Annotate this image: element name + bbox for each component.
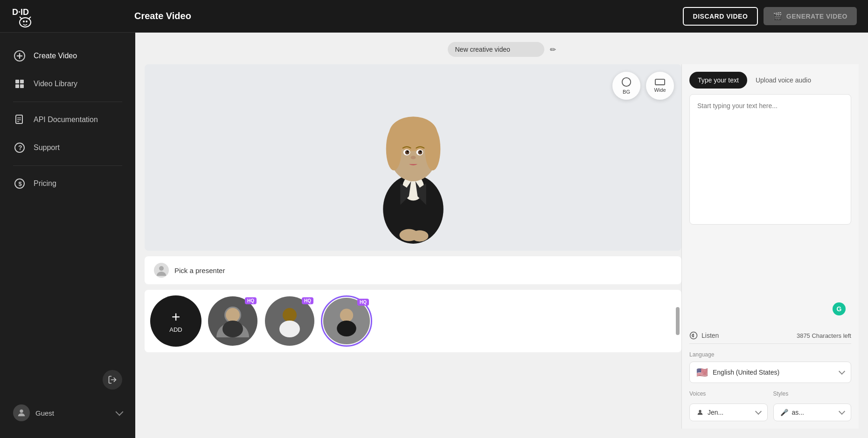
styles-label: Styles — [773, 390, 852, 397]
presenter-thumb-2[interactable]: HQ — [264, 295, 315, 347]
sidebar-item-label: Pricing — [34, 179, 56, 188]
style-select[interactable]: 🎤 as... — [773, 404, 852, 421]
language-dropdown-arrow — [839, 368, 845, 375]
video-camera-icon: 🎬 — [773, 12, 783, 21]
svg-rect-11 — [15, 84, 19, 88]
text-area-wrapper: G — [682, 89, 859, 328]
sidebar-item-api-docs[interactable]: API Documentation — [0, 106, 135, 134]
pick-presenter-label: Pick a presenter — [174, 267, 225, 274]
svg-rect-42 — [655, 79, 665, 85]
carousel-scroll-handle[interactable] — [676, 307, 680, 335]
person-voice-icon — [696, 409, 704, 416]
sidebar-item-video-library[interactable]: Video Library — [0, 70, 135, 98]
svg-text:$: $ — [19, 180, 22, 187]
voice-select[interactable]: Jen... — [689, 404, 768, 421]
presenter-carousel: + ADD — [145, 290, 681, 352]
file-text-icon — [13, 113, 26, 126]
sidebar-item-pricing[interactable]: $ Pricing — [0, 170, 135, 198]
grammarly-icon: G — [833, 302, 846, 315]
script-text-input[interactable] — [689, 94, 851, 225]
voices-label: Voices — [689, 390, 768, 397]
language-value: English (United States) — [713, 369, 779, 376]
video-editor: ✏ — [135, 33, 868, 438]
svg-point-2 — [23, 21, 25, 22]
hq-badge: HQ — [357, 299, 369, 306]
add-presenter-button[interactable]: + ADD — [150, 295, 201, 347]
svg-rect-13 — [16, 115, 22, 123]
plus-icon: + — [172, 309, 181, 324]
voice-value: Jen... — [708, 409, 723, 416]
svg-text:D·ID: D·ID — [12, 7, 29, 17]
svg-text:?: ? — [18, 144, 22, 151]
sidebar-divider-1 — [13, 102, 122, 102]
sidebar-spacer — [0, 198, 135, 363]
canvas-controls: BG Wide — [612, 72, 674, 100]
avatar — [13, 404, 30, 421]
style-dropdown-arrow — [839, 408, 845, 415]
svg-point-22 — [20, 410, 23, 413]
svg-line-4 — [20, 17, 21, 19]
add-label: ADD — [169, 326, 182, 333]
app-header: D·ID Create Video DISCARD VIDEO 🎬 GENERA… — [0, 0, 868, 33]
language-select[interactable]: 🇺🇸 English (United States) — [689, 362, 851, 383]
svg-point-1 — [20, 18, 31, 27]
help-circle-icon: ? — [13, 141, 26, 154]
svg-point-41 — [622, 78, 631, 86]
sidebar-logout-area — [0, 363, 135, 397]
svg-point-47 — [226, 308, 240, 322]
svg-point-51 — [279, 321, 300, 337]
sidebar-user[interactable]: Guest — [0, 397, 135, 429]
sidebar-item-label: Support — [34, 144, 60, 152]
generate-video-button[interactable]: 🎬 GENERATE VIDEO — [764, 7, 857, 25]
listen-button[interactable]: Listen — [689, 331, 719, 340]
sidebar-item-label: Create Video — [34, 52, 77, 60]
language-label: Language — [689, 351, 851, 358]
bg-label: BG — [623, 89, 630, 95]
text-tabs: Type your text Upload voice audio — [682, 64, 859, 89]
edit-title-icon[interactable]: ✏ — [550, 45, 556, 54]
listen-label: Listen — [701, 332, 719, 339]
hq-badge: HQ — [302, 297, 313, 304]
svg-point-57 — [699, 410, 701, 412]
logout-button[interactable] — [103, 370, 122, 390]
wide-label: Wide — [654, 87, 666, 93]
voice-dropdown-arrow — [755, 408, 761, 415]
svg-point-50 — [283, 308, 297, 322]
svg-point-44 — [159, 266, 164, 271]
language-section: Language 🇺🇸 English (United States) — [682, 344, 859, 390]
listen-row: Listen 3875 Characters left — [682, 328, 859, 343]
video-preview-area: BG Wide — [145, 64, 859, 429]
dollar-circle-icon: $ — [13, 177, 26, 190]
sidebar-item-support[interactable]: ? Support — [0, 134, 135, 162]
svg-point-31 — [391, 119, 435, 140]
presenter-thumb-3[interactable]: HQ — [321, 295, 372, 347]
presenter-thumb-1[interactable]: HQ — [207, 295, 258, 347]
video-title-input[interactable] — [448, 42, 544, 57]
tab-upload-voice[interactable]: Upload voice audio — [747, 72, 819, 89]
app-logo: D·ID — [11, 5, 39, 28]
hq-badge: HQ — [245, 297, 257, 304]
svg-point-38 — [410, 156, 416, 159]
video-left-panel: BG Wide — [145, 64, 681, 429]
svg-point-36 — [407, 151, 409, 152]
page-title: Create Video — [134, 11, 683, 21]
video-canvas: BG Wide — [145, 64, 681, 251]
video-title-row: ✏ — [145, 42, 859, 57]
discard-video-button[interactable]: DISCARD VIDEO — [683, 7, 758, 26]
main-content: ✏ — [135, 33, 868, 438]
sidebar-item-label: API Documentation — [34, 116, 98, 124]
svg-point-3 — [26, 21, 28, 22]
presenter-icon — [154, 263, 169, 278]
svg-point-37 — [419, 151, 421, 152]
presenter-preview — [348, 71, 479, 244]
sidebar-item-create-video[interactable]: Create Video — [0, 42, 135, 70]
svg-point-48 — [222, 321, 243, 337]
main-layout: Create Video Video Library — [0, 33, 868, 438]
flag-icon: 🇺🇸 — [696, 367, 708, 378]
wide-control-button[interactable]: Wide — [646, 72, 674, 100]
presenter-section: Pick a presenter — [145, 256, 681, 284]
header-actions: DISCARD VIDEO 🎬 GENERATE VIDEO — [683, 7, 857, 26]
mic-icon: 🎤 — [780, 409, 788, 416]
bg-control-button[interactable]: BG — [612, 72, 640, 100]
tab-type-text[interactable]: Type your text — [689, 72, 747, 89]
